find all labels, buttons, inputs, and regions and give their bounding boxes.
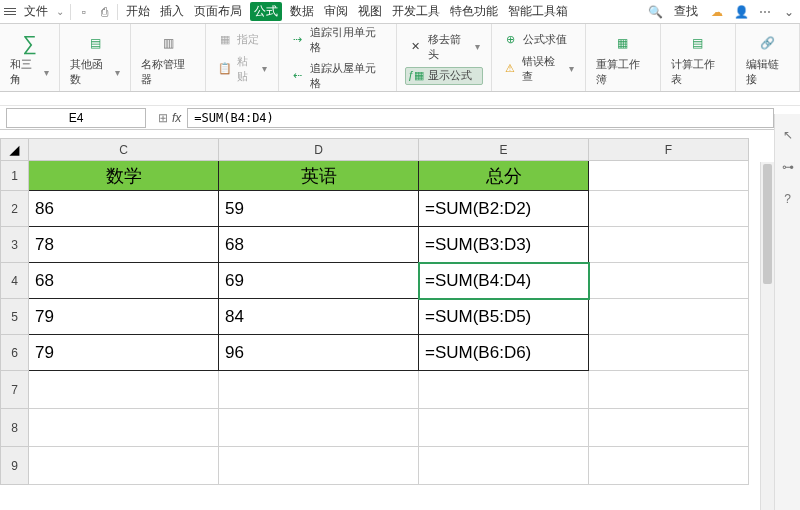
- row-header-3[interactable]: 3: [1, 227, 29, 263]
- cell-c4[interactable]: 68: [29, 263, 219, 299]
- cell-d5[interactable]: 84: [219, 299, 419, 335]
- error-check-button[interactable]: ⚠ 错误检查▾: [500, 53, 577, 85]
- cell-f8[interactable]: [589, 409, 749, 447]
- cell-f1[interactable]: [589, 161, 749, 191]
- row-header-1[interactable]: 1: [1, 161, 29, 191]
- cell-d7[interactable]: [219, 371, 419, 409]
- fx-icon[interactable]: fx: [172, 111, 181, 125]
- vertical-scrollbar[interactable]: [760, 162, 774, 510]
- goto-icon[interactable]: ⊞: [158, 111, 168, 125]
- user-icon[interactable]: 👤: [734, 5, 748, 19]
- tab-page-layout[interactable]: 页面布局: [192, 3, 244, 20]
- row-header-6[interactable]: 6: [1, 335, 29, 371]
- calc-wb-icon: ▦: [611, 31, 635, 55]
- tab-insert[interactable]: 插入: [158, 3, 186, 20]
- col-header-e[interactable]: E: [419, 139, 589, 161]
- spreadsheet-grid[interactable]: ◢ C D E F 1 数学 英语 总分 2 86 59 =SUM(B2:D2)…: [0, 138, 774, 510]
- cell-f4[interactable]: [589, 263, 749, 299]
- cell-e2[interactable]: =SUM(B2:D2): [419, 191, 589, 227]
- cell-f6[interactable]: [589, 335, 749, 371]
- cell-f9[interactable]: [589, 447, 749, 485]
- cell-f5[interactable]: [589, 299, 749, 335]
- autosum-button[interactable]: ∑ 和三角▾: [10, 31, 49, 87]
- tab-formulas[interactable]: 公式: [250, 2, 282, 21]
- cell-d9[interactable]: [219, 447, 419, 485]
- name-manager-button[interactable]: ▥ 名称管理器: [141, 31, 195, 87]
- cell-f2[interactable]: [589, 191, 749, 227]
- cloud-icon[interactable]: ☁: [710, 5, 724, 19]
- calc-sheet-icon: ▤: [686, 31, 710, 55]
- paste-button[interactable]: 📋 粘贴▾: [214, 53, 270, 85]
- cell-e6[interactable]: =SUM(B6:D6): [419, 335, 589, 371]
- select-all-corner[interactable]: ◢: [1, 139, 29, 161]
- col-header-d[interactable]: D: [219, 139, 419, 161]
- tab-review[interactable]: 审阅: [322, 3, 350, 20]
- recalc-workbook-button[interactable]: ▦ 重算工作簿: [596, 31, 650, 87]
- cell-c5[interactable]: 79: [29, 299, 219, 335]
- tab-start[interactable]: 开始: [124, 3, 152, 20]
- cell-d2[interactable]: 59: [219, 191, 419, 227]
- save-icon[interactable]: ▫: [77, 5, 91, 19]
- edit-link-button[interactable]: 🔗 编辑链接: [746, 31, 789, 87]
- formula-bar: E4 ⊞ fx =SUM(B4:D4) ⋯: [0, 106, 800, 130]
- show-formulas-button[interactable]: ƒ▦ 显示公式: [405, 67, 482, 85]
- tab-dev-tools[interactable]: 开发工具: [390, 3, 442, 20]
- tab-smart-toolbox[interactable]: 智能工具箱: [506, 3, 570, 20]
- trace-precedents-button[interactable]: ⇢ 追踪引用单元格: [287, 24, 388, 56]
- row-header-2[interactable]: 2: [1, 191, 29, 227]
- trace-dep-icon: ⇠: [290, 68, 306, 84]
- other-functions-button[interactable]: ▤ 其他函数▾: [70, 31, 120, 87]
- search-icon[interactable]: 🔍: [648, 5, 662, 19]
- cell-d6[interactable]: 96: [219, 335, 419, 371]
- more-icon[interactable]: ⋯: [758, 5, 772, 19]
- settings-slider-icon[interactable]: ⊶: [779, 158, 797, 176]
- formula-input[interactable]: =SUM(B4:D4): [187, 108, 774, 128]
- cell-e8[interactable]: [419, 409, 589, 447]
- scrollbar-thumb[interactable]: [763, 164, 772, 284]
- specify-button[interactable]: ▦ 指定: [214, 31, 270, 49]
- tab-data[interactable]: 数据: [288, 3, 316, 20]
- cell-e3[interactable]: =SUM(B3:D3): [419, 227, 589, 263]
- name-box[interactable]: E4: [6, 108, 146, 128]
- cell-d4[interactable]: 69: [219, 263, 419, 299]
- cell-e1[interactable]: 总分: [419, 161, 589, 191]
- tab-features[interactable]: 特色功能: [448, 3, 500, 20]
- cell-c9[interactable]: [29, 447, 219, 485]
- menu-icon[interactable]: [4, 6, 16, 17]
- cell-c3[interactable]: 78: [29, 227, 219, 263]
- row-header-9[interactable]: 9: [1, 447, 29, 485]
- cell-c1[interactable]: 数学: [29, 161, 219, 191]
- remove-arrows-icon: ✕: [408, 39, 424, 55]
- print-icon[interactable]: ⎙: [97, 5, 111, 19]
- row-header-5[interactable]: 5: [1, 299, 29, 335]
- cell-c2[interactable]: 86: [29, 191, 219, 227]
- row-header-4[interactable]: 4: [1, 263, 29, 299]
- cell-c7[interactable]: [29, 371, 219, 409]
- caret-down-icon[interactable]: ⌄: [782, 5, 796, 19]
- tab-view[interactable]: 视图: [356, 3, 384, 20]
- chevron-down-icon[interactable]: ⌄: [56, 6, 64, 17]
- col-header-f[interactable]: F: [589, 139, 749, 161]
- cell-e9[interactable]: [419, 447, 589, 485]
- cell-e7[interactable]: [419, 371, 589, 409]
- cell-c6[interactable]: 79: [29, 335, 219, 371]
- cursor-icon[interactable]: ↖: [779, 126, 797, 144]
- trace-dependents-button[interactable]: ⇠ 追踪从屋单元格: [287, 60, 388, 92]
- cell-e4[interactable]: =SUM(B4:D4): [419, 263, 589, 299]
- cell-d3[interactable]: 68: [219, 227, 419, 263]
- row-header-7[interactable]: 7: [1, 371, 29, 409]
- help-icon[interactable]: ?: [779, 190, 797, 208]
- col-header-c[interactable]: C: [29, 139, 219, 161]
- calc-sheet-button[interactable]: ▤ 计算工作表: [671, 31, 725, 87]
- cell-f3[interactable]: [589, 227, 749, 263]
- file-menu[interactable]: 文件: [22, 3, 50, 20]
- cell-f7[interactable]: [589, 371, 749, 409]
- remove-arrows-button[interactable]: ✕ 移去箭头▾: [405, 31, 482, 63]
- cell-d8[interactable]: [219, 409, 419, 447]
- cell-d1[interactable]: 英语: [219, 161, 419, 191]
- search-button[interactable]: 查找: [672, 3, 700, 20]
- evaluate-formula-button[interactable]: ⊕ 公式求值: [500, 31, 577, 49]
- cell-e5[interactable]: =SUM(B5:D5): [419, 299, 589, 335]
- cell-c8[interactable]: [29, 409, 219, 447]
- row-header-8[interactable]: 8: [1, 409, 29, 447]
